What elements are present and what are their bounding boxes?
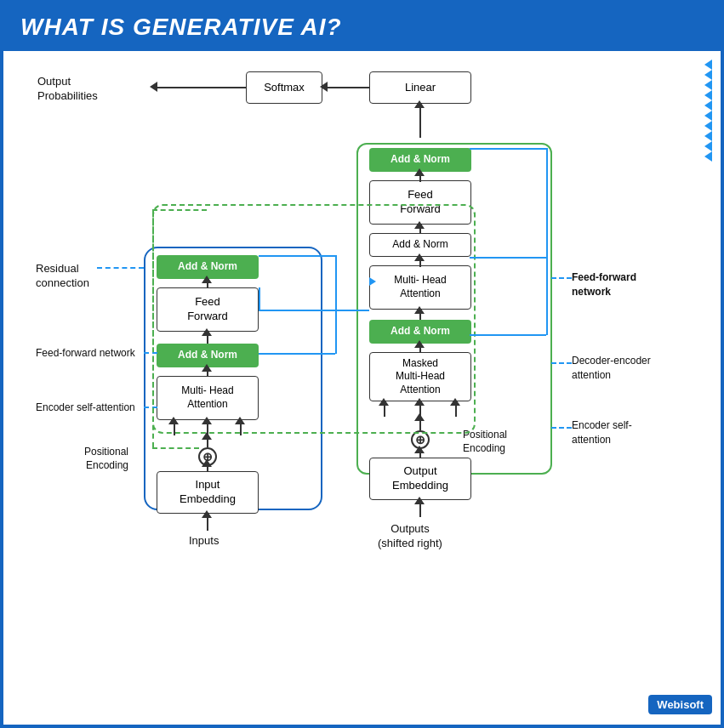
output-embedding-box: OutputEmbedding [369, 458, 471, 500]
encoder-feed-forward: FeedForward [157, 287, 259, 332]
dec-bottom-to-oe-arrow [414, 497, 425, 504]
enc-ff-to-an-arrow [202, 276, 212, 283]
cross-attn-line-h [259, 310, 369, 311]
enc-green-res-top-h [152, 209, 207, 211]
dec-res-mid-h [470, 257, 546, 259]
enc-residual-right-line [335, 255, 337, 354]
dec-res-top-arrow [12, 131, 712, 141]
decoder-to-linear-arrow [414, 100, 425, 108]
enc-bottom-to-ie-arrow [202, 510, 212, 518]
dec-ff-to-an-arrow [414, 168, 425, 176]
linear-softmax-line [322, 87, 369, 88]
encoder-self-attn-right-label: Encoder self-attention [572, 418, 632, 447]
cross-attn-arrow1 [369, 277, 376, 286]
enc-res-bot-h [259, 353, 335, 355]
dec-res-bot-arrow [12, 111, 712, 121]
softmax-box: Softmax [246, 71, 322, 104]
residual-label: Residualconnection [36, 262, 89, 291]
inputs-label: Inputs [189, 534, 219, 549]
dec-res-mid-arrow [12, 121, 712, 131]
enc-green-res-bot-h [152, 447, 199, 449]
enc-sa3-arrow [235, 417, 245, 424]
webisoft-badge: Webisoft [648, 695, 712, 714]
residual-line [97, 267, 144, 269]
dec-res-bot-h [470, 334, 546, 336]
softmax-out-line [152, 87, 246, 88]
linear-softmax-arrow [320, 82, 328, 92]
enc-self-attn-right-line [551, 427, 572, 429]
encoder-self-attn-left-label: Encoder self-attention [36, 401, 135, 415]
header: What is Generative AI? [3, 3, 721, 51]
cross-attn-enc-v [259, 287, 260, 310]
ff-network-left-arrow [12, 60, 712, 70]
outputs-label: Outputs(shifted right) [378, 522, 442, 551]
ff-network-left-line [144, 352, 157, 354]
page-title: What is Generative AI? [20, 14, 342, 41]
encoder-multi-head: Multi- HeadAttention [157, 376, 259, 420]
enc-self-attn-right-arrow [12, 100, 712, 111]
output-prob-label: OutputProbabilities [37, 75, 98, 104]
dec-residual-right-line [546, 148, 548, 335]
enc-self-attn-left-line [144, 407, 157, 408]
enc-res-top-h [259, 255, 335, 257]
enc-sa2-arrow [202, 417, 212, 424]
enc-self-attn-left-arrow [12, 70, 712, 80]
encoder-positional-label: PositionalEncoding [84, 446, 128, 472]
ff-network-right-arrow [12, 80, 712, 90]
dec-oe-to-pos-arrow [414, 446, 425, 453]
dec-enc-attn-line [551, 362, 572, 364]
ff-network-right-label: Feed-forwardnetwork [572, 270, 636, 299]
ff-network-right-line [551, 277, 572, 279]
main-content: OutputProbabilities Softmax Linear Add &… [3, 51, 721, 721]
enc-green-res-left [152, 209, 154, 447]
softmax-out-arrow [150, 82, 157, 92]
enc-an-bot-to-ff-arrow [202, 328, 212, 336]
linear-box: Linear [369, 71, 471, 104]
input-embedding-box: InputEmbedding [157, 471, 259, 514]
ff-network-left-label: Feed-forward network [36, 347, 135, 361]
enc-ie-to-pos-arrow [202, 459, 212, 467]
dec-enc-attn-arrow [12, 90, 712, 100]
dec-res-top-h [470, 148, 546, 150]
enc-sa1-arrow [168, 417, 179, 424]
enc-mha-to-an-arrow [202, 364, 212, 372]
enc-pos-to-mha-arrow [202, 432, 212, 440]
decoder-to-linear-line [419, 104, 421, 138]
decoder-encoder-attn-label: Decoder-encoderattention [572, 354, 651, 383]
